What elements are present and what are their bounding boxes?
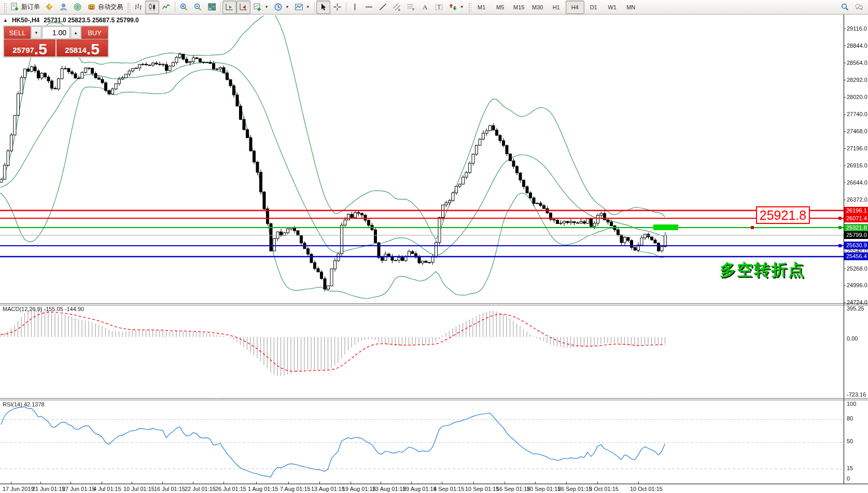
sell-label: SELL (9, 29, 26, 37)
zoom-in-icon (179, 3, 188, 11)
buy-label: BUY (88, 29, 102, 37)
price-level-tag[interactable]: 25921.8 (844, 224, 868, 232)
date-tick-label: 10 Jul 01:15 (123, 486, 155, 492)
sell-price-frac: .5 (34, 43, 47, 56)
chevron-down-icon: ▼ (306, 5, 310, 9)
timeframe-button-D1[interactable]: D1 (584, 1, 603, 14)
price-level-tag[interactable]: 26196.1 (844, 207, 868, 215)
toolbar-grip[interactable] (3, 2, 7, 12)
volume-decrease-button[interactable]: ▼ (31, 26, 41, 39)
timeframe-group: M1M5M15M30H1H4D1W1MN (472, 1, 640, 14)
tile-windows-button[interactable] (205, 1, 219, 14)
price-chart-canvas[interactable] (0, 0, 868, 493)
timeframe-button-MN[interactable]: MN (622, 1, 640, 14)
price-tick-label: 29116.0 (847, 25, 868, 32)
price-tick-label: 26644.0 (847, 179, 868, 186)
highlight-box[interactable] (653, 224, 678, 230)
vertical-line-button[interactable] (348, 1, 362, 14)
collapse-panel-icon[interactable]: ▲ (3, 18, 8, 23)
price-level-tag[interactable]: 26071.4 (844, 215, 868, 222)
sell-price-button[interactable]: 25797.5 (4, 39, 55, 57)
chat-icon (855, 3, 863, 11)
marker-icon (45, 3, 54, 11)
vertical-line-icon (351, 3, 359, 11)
svg-text:A: A (423, 3, 428, 11)
date-tick-label: 23 Aug 01:15 (372, 486, 406, 492)
periods-button[interactable]: ▼ (271, 1, 292, 14)
channel-button[interactable]: E (390, 1, 404, 14)
zoom-in-button[interactable] (177, 1, 191, 14)
macd-axis-zero: 0.00 (847, 335, 858, 342)
scroll-to-end-button[interactable] (222, 1, 236, 14)
toolbar-grip[interactable] (468, 2, 471, 12)
candlestick-chart-button[interactable] (145, 1, 159, 14)
chart-shift-icon (239, 3, 248, 11)
cursor-button[interactable] (316, 1, 330, 14)
timeframe-button-W1[interactable]: W1 (603, 1, 622, 14)
rsi-axis-50: 50 (847, 438, 853, 444)
line-chart-icon (162, 3, 171, 11)
trendline-button[interactable] (376, 1, 390, 14)
timeframe-button-H4[interactable]: H4 (566, 1, 584, 14)
sell-button[interactable]: SELL (4, 26, 31, 39)
ohlc-values: 25731.0 25823.5 25687.5 25799.0 (44, 17, 139, 24)
crosshair-button[interactable] (330, 1, 344, 14)
timeframe-button-M1[interactable]: M1 (472, 1, 491, 14)
buy-price-button[interactable]: 25814.5 (57, 39, 108, 57)
price-tick-label: 27468.0 (847, 128, 868, 134)
buy-button[interactable]: BUY (81, 26, 108, 39)
volume-increase-button[interactable]: ▲ (71, 26, 81, 39)
crosshair-icon (333, 3, 342, 11)
templates-icon (295, 3, 303, 11)
indicators-button[interactable]: ▼ (250, 1, 271, 14)
arrow-down-icon: ▼ (34, 31, 38, 35)
price-level-tag[interactable]: 25630.9 (844, 242, 868, 249)
price-tick-label: 27740.0 (847, 111, 868, 117)
price-level-tag[interactable]: 25456.4 (844, 252, 868, 260)
chart-title: ▲ HK50-,H4 25731.0 25823.5 25687.5 25799… (3, 17, 139, 24)
price-tick-label: 24724.0 (847, 299, 868, 305)
price-tick-label: 28564.0 (847, 60, 868, 66)
text-label-button[interactable]: T (432, 1, 446, 14)
date-tick-label: 22 Jul 01:15 (185, 486, 216, 492)
trading-platform-window: 新订单 自动交易 (0, 0, 868, 493)
toolbar-grip[interactable] (127, 2, 130, 12)
horizontal-line-button[interactable] (362, 1, 376, 14)
price-annotation-box[interactable]: 25921.8 (756, 206, 810, 224)
arrows-button[interactable]: ▼ (446, 1, 467, 14)
date-tick-label: 4 Jul 01:15 (93, 486, 121, 492)
price-level-tag[interactable]: 25799.0 (844, 231, 868, 239)
templates-button[interactable]: ▼ (292, 1, 313, 14)
marker-button[interactable] (43, 1, 57, 14)
text-button[interactable]: A (418, 1, 432, 14)
timeframe-button-M5[interactable]: M5 (491, 1, 510, 14)
timeframe-button-H1[interactable]: H1 (547, 1, 566, 14)
price-tick-label: 25268.0 (847, 265, 868, 272)
text-icon: A (421, 3, 429, 11)
arrow-up-icon: ▲ (74, 31, 78, 35)
line-chart-button[interactable] (159, 1, 173, 14)
chat-button[interactable] (852, 1, 866, 14)
price-tick-label: 26372.0 (847, 196, 868, 203)
indicators-icon (253, 3, 262, 11)
bar-chart-icon (134, 3, 143, 11)
profile-button[interactable] (57, 1, 71, 14)
new-order-button[interactable]: 新订单 (8, 1, 43, 14)
toolbar: 新订单 自动交易 (0, 0, 868, 15)
autotrade-button[interactable]: 自动交易 (85, 1, 125, 14)
chart-shift-button[interactable] (236, 1, 250, 14)
fibonacci-button[interactable]: F (404, 1, 418, 14)
turning-point-text[interactable]: 多空转折点 (720, 259, 805, 281)
volume-input[interactable] (42, 26, 70, 39)
timeframe-button-M15[interactable]: M15 (510, 1, 528, 14)
date-tick-label: 26 Sep 01:15 (558, 486, 592, 492)
signals-button[interactable] (71, 1, 85, 14)
cursor-icon (319, 3, 328, 11)
new-order-icon (10, 3, 19, 11)
fibonacci-icon: F (407, 3, 415, 11)
bar-chart-button[interactable] (131, 1, 145, 14)
search-button[interactable] (838, 1, 852, 14)
timeframe-button-M30[interactable]: M30 (528, 1, 547, 14)
date-tick-label: 27 Jun 01:15 (62, 486, 95, 492)
zoom-out-button[interactable] (191, 1, 205, 14)
